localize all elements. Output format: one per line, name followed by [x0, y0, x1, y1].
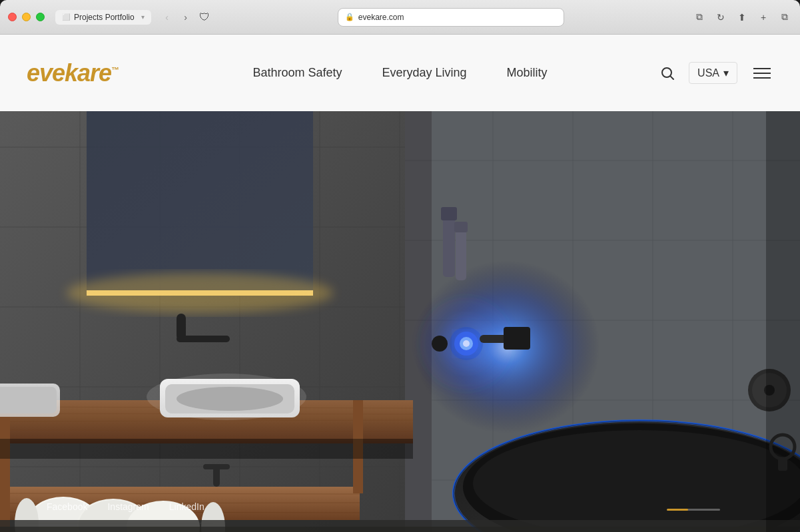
svg-rect-91 [766, 111, 800, 532]
svg-rect-49 [213, 467, 220, 487]
shield-icon: 🛡 [199, 11, 210, 23]
minimize-button[interactable] [22, 13, 31, 21]
dropdown-arrow-icon: ▾ [723, 67, 729, 79]
traffic-lights [8, 13, 45, 21]
instagram-link[interactable]: Instagram [107, 501, 149, 512]
country-label: USA [697, 67, 719, 79]
tab-dropdown-icon[interactable]: ▾ [141, 13, 145, 21]
nav-actions: USA ▾ [659, 62, 773, 84]
forward-button[interactable]: › [178, 9, 194, 25]
window-chrome: ⬜ Projects Portfolio ▾ ‹ › 🛡 🔒 evekare.c… [0, 0, 800, 35]
navbar: evekare™ Bathroom Safety Everyday Living… [0, 35, 800, 111]
screen-share-icon[interactable]: ⧉ [692, 10, 707, 25]
progress-track [667, 509, 720, 511]
linkedin-link[interactable]: LinkedIn [169, 501, 204, 512]
browser-tab[interactable]: ⬜ Projects Portfolio ▾ [55, 10, 151, 25]
refresh-icon[interactable]: ↻ [713, 10, 728, 25]
svg-rect-66 [454, 222, 468, 232]
back-button[interactable]: ‹ [159, 9, 175, 25]
svg-line-1 [671, 76, 673, 79]
website-content: evekare™ Bathroom Safety Everyday Living… [0, 35, 800, 532]
add-tab-button[interactable]: + [756, 10, 771, 25]
nav-bathroom-safety[interactable]: Bathroom Safety [252, 66, 342, 80]
hero-section: Facebook Instagram LinkedIn [0, 111, 800, 532]
nav-links: Bathroom Safety Everyday Living Mobility [252, 66, 547, 80]
close-button[interactable] [8, 13, 17, 21]
svg-rect-50 [203, 464, 230, 469]
svg-rect-52 [0, 387, 57, 413]
svg-rect-54 [177, 336, 230, 342]
svg-rect-88 [0, 527, 800, 532]
share-button[interactable]: ⬆ [735, 10, 749, 25]
svg-rect-74 [504, 327, 530, 350]
lock-icon: 🔒 [345, 13, 354, 21]
svg-rect-64 [441, 207, 457, 220]
duplicate-button[interactable]: ⧉ [777, 10, 792, 25]
search-button[interactable] [659, 65, 675, 81]
facebook-link[interactable]: Facebook [47, 501, 87, 512]
tab-title: Projects Portfolio [74, 13, 135, 22]
svg-rect-43 [0, 400, 10, 532]
svg-point-75 [432, 336, 448, 352]
chrome-actions: ⧉ ↻ ⬆ + ⧉ [692, 10, 792, 25]
svg-rect-30 [87, 111, 313, 294]
svg-rect-90 [0, 439, 413, 459]
social-links: Facebook Instagram LinkedIn [47, 501, 204, 512]
svg-rect-63 [443, 214, 455, 277]
hamburger-line-1 [753, 68, 771, 69]
nav-mobility[interactable]: Mobility [507, 66, 548, 80]
nav-arrows: ‹ › [159, 9, 194, 25]
svg-rect-65 [456, 227, 466, 280]
hamburger-line-2 [753, 73, 771, 74]
country-selector[interactable]: USA ▾ [689, 62, 737, 84]
menu-button[interactable] [751, 65, 773, 81]
tab-icon: ⬜ [62, 13, 70, 21]
svg-point-0 [662, 68, 671, 77]
hamburger-line-3 [753, 77, 771, 79]
address-bar[interactable]: 🔒 evekare.com [338, 8, 564, 27]
progress-bar [667, 509, 720, 511]
svg-point-48 [177, 387, 283, 411]
maximize-button[interactable] [36, 13, 45, 21]
address-bar-area: 🔒 evekare.com [210, 8, 692, 27]
logo[interactable]: evekare™ [27, 59, 119, 87]
nav-everyday-living[interactable]: Everyday Living [382, 66, 466, 80]
bathroom-image [0, 111, 800, 532]
svg-point-32 [67, 273, 333, 313]
progress-fill [667, 509, 688, 511]
url-text: evekare.com [358, 13, 404, 22]
